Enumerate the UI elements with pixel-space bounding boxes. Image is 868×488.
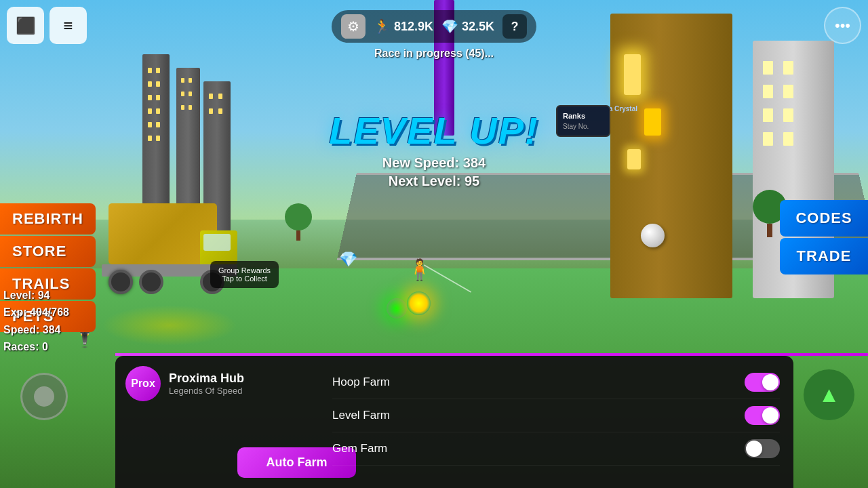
player-races: Races: 0 bbox=[3, 338, 69, 356]
ranks-subtitle: Stay No. bbox=[563, 123, 604, 130]
gem-farm-knob bbox=[746, 441, 762, 457]
level-farm-knob bbox=[762, 407, 778, 424]
level-farm-label: Level Farm bbox=[332, 409, 390, 422]
inventory-button[interactable]: ≡ bbox=[50, 7, 87, 44]
hoop-farm-knob bbox=[762, 374, 778, 390]
diamond-stat: 💎 32.5K bbox=[441, 18, 494, 35]
player-character: 🧍 bbox=[407, 258, 432, 281]
hub-name: Proxima Hub bbox=[169, 371, 244, 386]
bottom-panel-separator bbox=[115, 353, 868, 356]
yellow-glow bbox=[407, 291, 431, 315]
player-exp: Exp: 404/768 bbox=[3, 304, 69, 321]
diamond-gem: 💎 bbox=[339, 251, 357, 268]
trade-button[interactable]: TRADE bbox=[780, 238, 868, 274]
runner-value: 812.9K bbox=[394, 20, 433, 34]
right-action-buttons: CODES TRADE bbox=[780, 200, 868, 274]
green-glow bbox=[387, 298, 407, 319]
level-up-title: Level Up! bbox=[329, 108, 538, 152]
group-rewards-popup[interactable]: Group Rewards Tap to Collect bbox=[210, 261, 279, 288]
diamond-value: 32.5K bbox=[462, 20, 494, 34]
level-farm-toggle[interactable] bbox=[745, 406, 780, 425]
up-arrow-button[interactable]: ▲ bbox=[804, 369, 854, 420]
hoop-farm-toggle[interactable] bbox=[745, 373, 780, 392]
gem-farm-toggle[interactable] bbox=[745, 439, 780, 458]
player-stats: Level: 94 Exp: 404/768 Speed: 384 Races:… bbox=[3, 287, 69, 356]
gear-icon: ⚙ bbox=[347, 18, 359, 35]
ranks-board: Ranks Stay No. bbox=[556, 105, 610, 137]
rebirth-button[interactable]: REBIRTH bbox=[0, 203, 96, 235]
hub-subtitle: Legends Of Speed bbox=[169, 386, 244, 396]
up-arrow-icon: ▲ bbox=[818, 382, 840, 407]
player-level: Level: 94 bbox=[3, 287, 69, 304]
level-up-notification: Level Up! New Speed: 384 Next Level: 95 bbox=[329, 108, 538, 189]
hud-top: ⚙ 🏃 812.9K 💎 32.5K ? Race in progress (4… bbox=[332, 10, 536, 60]
runner-icon: 🏃 bbox=[374, 18, 391, 35]
joystick[interactable] bbox=[20, 373, 68, 420]
more-options-button[interactable]: ••• bbox=[824, 7, 861, 44]
group-rewards-line2: Tap to Collect bbox=[218, 274, 271, 283]
help-button[interactable]: ? bbox=[502, 14, 527, 39]
run-stat: 🏃 812.9K bbox=[374, 18, 433, 35]
diamond-hud-icon: 💎 bbox=[441, 18, 458, 35]
gem-farm-label: Gem Farm bbox=[332, 442, 387, 455]
new-speed-text: New Speed: 384 bbox=[329, 155, 538, 171]
store-button[interactable]: STORE bbox=[0, 236, 96, 267]
white-ball bbox=[641, 224, 665, 247]
toggle-items-list: Hoop Farm Level Farm Gem Farm bbox=[319, 356, 793, 476]
codes-button[interactable]: CODES bbox=[780, 200, 868, 237]
race-progress-text: Race in progress (45)... bbox=[374, 47, 494, 60]
panel-avatar: Prox bbox=[125, 366, 161, 401]
truck-shadow bbox=[102, 305, 237, 346]
group-rewards-line1: Group Rewards bbox=[218, 266, 271, 274]
big-building bbox=[610, 14, 732, 298]
truck bbox=[95, 197, 244, 305]
top-left-controls: ⬛ ≡ bbox=[7, 7, 87, 44]
tree-mid bbox=[285, 203, 312, 241]
crystal-text: a Crystal bbox=[609, 105, 637, 113]
hoop-farm-label: Hoop Farm bbox=[332, 375, 390, 389]
hud-stats-bar: ⚙ 🏃 812.9K 💎 32.5K ? bbox=[332, 10, 536, 43]
more-options-icon: ••• bbox=[835, 17, 850, 35]
next-level-text: Next Level: 95 bbox=[329, 174, 538, 189]
toggle-item-level: Level Farm bbox=[332, 399, 780, 432]
avatar-label: Prox bbox=[131, 378, 155, 390]
roblox-menu-button[interactable]: ⬛ bbox=[7, 7, 44, 44]
ranks-title: Ranks bbox=[563, 112, 604, 120]
bottom-panel: Prox Proxima Hub Legends Of Speed Auto F… bbox=[115, 356, 793, 488]
toggle-item-gem: Gem Farm bbox=[332, 432, 780, 466]
player-speed: Speed: 384 bbox=[3, 321, 69, 339]
toggle-item-hoop: Hoop Farm bbox=[332, 366, 780, 399]
panel-title: Proxima Hub Legends Of Speed bbox=[169, 371, 244, 396]
joystick-knob bbox=[34, 386, 54, 407]
settings-button[interactable]: ⚙ bbox=[341, 14, 366, 39]
